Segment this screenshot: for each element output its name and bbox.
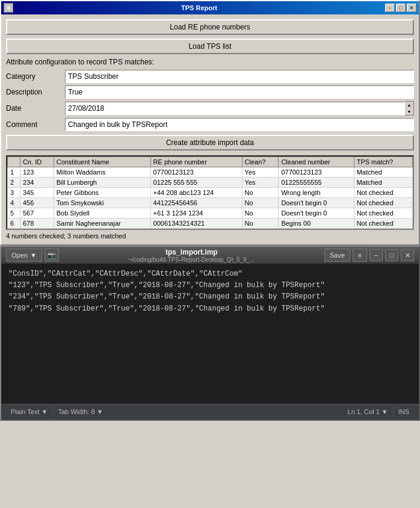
hamburger-menu-button[interactable]: ≡ [353, 249, 367, 262]
open-btn-label: Open [11, 252, 28, 259]
table-cell: Bill Lumbergh [54, 178, 150, 188]
table-cell: 456 [20, 198, 54, 208]
table-cell: Yes [242, 178, 279, 188]
table-cell: 678 [20, 218, 54, 229]
save-button[interactable]: Save [324, 249, 350, 262]
col-header-cn-id: Cn. ID [20, 157, 54, 167]
table-row: 2234Bill Lumbergh01225 555 555Yes0122555… [8, 178, 413, 188]
date-label: Date [6, 104, 60, 113]
table-cell: Peter Gibbons [54, 188, 150, 198]
title-bar-controls: − □ ✕ [385, 4, 416, 12]
window-body: Load RE phone numbers Load TPS list Attr… [1, 14, 419, 244]
date-down-button[interactable]: ▼ [405, 108, 413, 115]
data-table: Cn. ID Constituent Name RE phone number … [7, 156, 413, 229]
plain-text-label: Plain Text [11, 408, 40, 415]
open-button[interactable]: Open ▼ [6, 249, 42, 262]
table-cell: Doesn't begin 0 [279, 208, 354, 218]
editor-close-button[interactable]: ✕ [401, 249, 414, 261]
table-cell: Matched [354, 178, 412, 188]
cursor-pos-dropdown-icon: ▼ [381, 408, 388, 415]
table-cell: +44 208 abc123 124 [150, 188, 242, 198]
editor-window: Open ▼ 📷 tps_import.imp ~/coding/build-T… [0, 246, 420, 421]
table-cell: Not checked [354, 218, 412, 229]
tab-width-status[interactable]: Tab Width: 8 ▼ [53, 407, 108, 417]
table-row: 4456Tom Smykowski441225456456NoDoesn't b… [8, 198, 413, 208]
table-cell: No [242, 208, 279, 218]
editor-maximize-button[interactable]: □ [385, 249, 398, 261]
table-cell: Wrong length [279, 188, 354, 198]
close-button[interactable]: ✕ [407, 4, 416, 12]
col-header-row-num [8, 157, 20, 167]
editor-status-bar: Plain Text ▼ Tab Width: 8 ▼ Ln 1, Col 1 … [1, 404, 419, 420]
comment-label: Comment [6, 120, 60, 129]
plain-text-dropdown-icon: ▼ [42, 408, 48, 415]
table-cell: Begins 00 [279, 218, 354, 229]
table-cell: 07700123123 [279, 167, 354, 178]
table-cell: Tom Smykowski [54, 198, 150, 208]
maximize-button[interactable]: □ [396, 4, 406, 12]
date-field-container: ▲ ▼ [65, 101, 414, 116]
comment-input[interactable] [65, 118, 414, 131]
tps-report-window: 🖥 TPS Report − □ ✕ Load RE phone numbers… [0, 0, 420, 246]
screenshot-button[interactable]: 📷 [45, 249, 59, 262]
table-cell: No [242, 218, 279, 229]
table-cell: 2 [8, 178, 20, 188]
attr-config-label: Attribute configuration to record TPS ma… [6, 58, 414, 66]
editor-content[interactable]: "ConsID","CAttrCat","CAttrDesc","CAttrDa… [1, 264, 419, 320]
date-spinner[interactable]: ▲ ▼ [405, 101, 414, 116]
col-header-constituent-name: Constituent Name [54, 157, 150, 167]
table-cell: Not checked [354, 208, 412, 218]
load-tps-button[interactable]: Load TPS list [6, 39, 414, 54]
status-right: Ln 1, Col 1 ▼ INS [343, 407, 414, 417]
table-status: 4 numbers checked; 3 numbers matched [6, 232, 414, 240]
table-cell: Milton Waddams [54, 167, 150, 178]
create-attr-button[interactable]: Create attribute import data [6, 135, 414, 150]
cursor-pos-status[interactable]: Ln 1, Col 1 ▼ [343, 407, 393, 417]
category-input[interactable] [65, 70, 414, 83]
table-row: 3345Peter Gibbons+44 208 abc123 124NoWro… [8, 188, 413, 198]
load-re-button[interactable]: Load RE phone numbers [6, 19, 414, 35]
editor-minimize-button[interactable]: − [369, 249, 383, 261]
table-cell: 345 [20, 188, 54, 198]
editor-filename: tps_import.imp [59, 248, 324, 256]
table-cell: No [242, 198, 279, 208]
table-cell: 1 [8, 167, 20, 178]
editor-title-center: tps_import.imp ~/coding/build-TPS-Report… [59, 248, 324, 263]
table-cell: 234 [20, 178, 54, 188]
table-cell: 441225456456 [150, 198, 242, 208]
table-cell: Matched [354, 167, 412, 178]
table-cell: +61 3 1234 1234 [150, 208, 242, 218]
editor-filepath: ~/coding/build-TPS-Report-Desktop_Qt_5_9… [59, 256, 324, 263]
description-input[interactable] [65, 85, 414, 99]
table-row: 1123Milton Waddams07700123123Yes07700123… [8, 167, 413, 178]
title-bar: 🖥 TPS Report − □ ✕ [1, 1, 419, 14]
ins-badge: INS [394, 407, 414, 417]
date-up-button[interactable]: ▲ [405, 102, 413, 108]
table-cell: 4 [8, 198, 20, 208]
table-cell: 07700123123 [150, 167, 242, 178]
cursor-pos-label: Ln 1, Col 1 [348, 408, 380, 415]
editor-title-left: Open ▼ 📷 [6, 249, 59, 262]
table-row: 5567Bob Slydell+61 3 1234 1234NoDoesn't … [8, 208, 413, 218]
table-cell: Bob Slydell [54, 208, 150, 218]
table-row: 6678Samir Nagheenanajar00061343214321NoB… [8, 218, 413, 229]
table-cell: Doesn't begin 0 [279, 198, 354, 208]
plain-text-status[interactable]: Plain Text ▼ [6, 407, 52, 417]
table-cell: 01225555555 [279, 178, 354, 188]
table-cell: 567 [20, 208, 54, 218]
data-table-container: Cn. ID Constituent Name RE phone number … [6, 155, 414, 230]
table-cell: 01225 555 555 [150, 178, 242, 188]
table-cell: 6 [8, 218, 20, 229]
table-cell: 00061343214321 [150, 218, 242, 229]
window-icon: 🖥 [4, 3, 13, 13]
open-dropdown-icon[interactable]: ▼ [30, 252, 37, 259]
table-cell: No [242, 188, 279, 198]
minimize-button[interactable]: − [385, 4, 395, 12]
tab-width-label: Tab Width: 8 [58, 408, 94, 415]
col-header-clean: Clean? [242, 157, 279, 167]
editor-spacer [1, 320, 419, 404]
tab-width-dropdown-icon: ▼ [97, 408, 103, 415]
date-input[interactable] [65, 102, 405, 115]
editor-title-bar: Open ▼ 📷 tps_import.imp ~/coding/build-T… [1, 247, 419, 264]
table-header-row: Cn. ID Constituent Name RE phone number … [8, 157, 413, 167]
